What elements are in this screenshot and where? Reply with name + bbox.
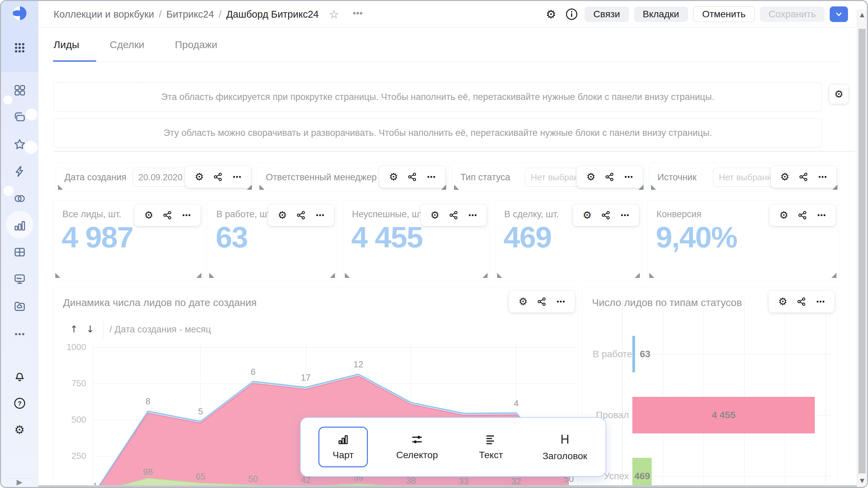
resize-handle[interactable] [649, 273, 654, 278]
filter-responsible-manager[interactable]: Ответственный менеджер ⚙ [258, 163, 448, 191]
scrollbar-thumb[interactable] [859, 29, 866, 473]
tables-icon[interactable] [12, 245, 27, 260]
links-icon[interactable] [449, 210, 458, 220]
more-icon[interactable] [427, 172, 436, 181]
collections-icon[interactable] [12, 110, 27, 125]
resize-handle[interactable] [55, 273, 60, 278]
more-icon[interactable] [182, 211, 191, 220]
resize-handle[interactable] [651, 185, 656, 190]
gear-icon[interactable]: ⚙ [389, 172, 398, 182]
favorites-star-icon[interactable] [12, 137, 27, 152]
links-button[interactable]: Связи [585, 6, 629, 22]
gear-icon[interactable]: ⚙ [430, 210, 439, 220]
leads-by-status-chart[interactable]: Число лидов по типам статусов ⚙ В работе… [583, 287, 837, 488]
kpi-to-deal[interactable]: В сделку, шт. 469 ⚙ [495, 201, 642, 280]
gear-icon[interactable]: ⚙ [779, 210, 788, 220]
more-icon[interactable] [620, 211, 629, 220]
gear-icon[interactable]: ⚙ [780, 172, 789, 182]
breadcrumb-collections[interactable]: Коллекции и воркбуки [54, 9, 154, 20]
tabs-button[interactable]: Вкладки [634, 6, 688, 22]
links-icon[interactable] [537, 297, 547, 306]
bottom-scroll-strip[interactable] [38, 485, 857, 488]
notifications-bell-icon[interactable] [12, 369, 27, 384]
resize-handle[interactable] [345, 273, 350, 278]
resize-handle[interactable] [259, 185, 264, 190]
more-icon[interactable] [818, 172, 827, 181]
dashboards-monitor-icon[interactable] [12, 272, 27, 287]
filter-date-created[interactable]: Дата создания ⚙ [56, 163, 254, 191]
bar[interactable] [632, 336, 635, 372]
kpi-unsuccessful[interactable]: Неуспешные, шт. 4 455 ⚙ [343, 201, 489, 280]
tab-sales[interactable]: Продажи [175, 27, 217, 62]
resize-handle[interactable] [454, 185, 459, 190]
more-icon[interactable] [316, 211, 324, 220]
save-menu-chevron-button[interactable] [830, 6, 848, 22]
scroll-down-icon[interactable]: ▼ [857, 478, 867, 484]
filter-source[interactable]: Источник ⚙ [649, 163, 839, 191]
apps-grid-icon[interactable] [12, 40, 27, 55]
bar-row[interactable]: В работе63 [593, 324, 830, 385]
resize-handle[interactable] [497, 273, 502, 278]
favorite-star-icon[interactable]: ☆ [329, 8, 339, 20]
vertical-scrollbar[interactable]: ▲ ▼ [857, 9, 867, 487]
gear-icon[interactable]: ⚙ [778, 297, 787, 307]
more-icon[interactable] [556, 297, 565, 306]
gear-icon[interactable]: ⚙ [195, 172, 204, 182]
links-icon[interactable] [213, 172, 223, 182]
links-icon[interactable] [408, 172, 417, 182]
storage-folder-icon[interactable] [12, 299, 27, 314]
links-icon[interactable] [605, 172, 614, 182]
kpi-all-leads[interactable]: Все лиды, шт. 4 987 ⚙ [54, 201, 203, 280]
more-icon[interactable] [817, 211, 826, 220]
add-text-button[interactable]: Текст [466, 427, 516, 467]
resize-handle[interactable] [482, 273, 488, 278]
dashboard-settings-gear-icon[interactable]: ⚙ [543, 6, 559, 22]
settings-gear-icon[interactable]: ⚙ [12, 422, 27, 437]
fixed-area-settings-gear-icon[interactable]: ⚙ [829, 85, 848, 104]
resize-handle[interactable] [209, 273, 214, 278]
drill-breadcrumb[interactable]: / Дата создания - месяц [110, 324, 211, 335]
datalens-logo-icon[interactable] [12, 6, 27, 21]
charts-icon[interactable] [12, 218, 27, 233]
entry-menu-icon[interactable] [353, 8, 363, 21]
resize-handle[interactable] [58, 185, 63, 190]
links-icon[interactable] [601, 210, 611, 220]
gear-icon[interactable]: ⚙ [518, 297, 528, 307]
cancel-button[interactable]: Отменить [693, 6, 755, 22]
resize-handle[interactable] [831, 273, 836, 278]
links-icon[interactable] [798, 210, 807, 220]
scroll-up-icon[interactable]: ▲ [857, 12, 867, 18]
add-selector-button[interactable]: Селектор [392, 427, 442, 467]
kpi-conversion[interactable]: Конверсия 9,40% ⚙ [648, 201, 838, 280]
more-icon[interactable] [624, 172, 633, 181]
add-heading-button[interactable]: H Заголовок [540, 427, 590, 467]
resize-handle[interactable] [330, 273, 335, 278]
nav-grid-icon[interactable] [12, 83, 27, 98]
links-icon[interactable] [799, 172, 808, 182]
bar-row[interactable]: Успех469 [593, 446, 830, 488]
tab-deals[interactable]: Сделки [110, 27, 144, 62]
more-icon[interactable] [233, 172, 241, 181]
more-dots-icon[interactable] [12, 327, 27, 342]
resize-handle[interactable] [196, 273, 201, 278]
gear-icon[interactable]: ⚙ [586, 172, 595, 182]
links-icon[interactable] [797, 297, 806, 306]
tab-leads[interactable]: Лиды [54, 27, 79, 62]
kpi-in-progress[interactable]: В работе, шт. 63 ⚙ [208, 201, 337, 280]
more-icon[interactable] [816, 297, 825, 306]
breadcrumb-workbook[interactable]: Битрикс24 [166, 9, 214, 20]
editor-lightning-icon[interactable] [12, 164, 27, 179]
links-icon[interactable] [163, 210, 172, 220]
save-button[interactable]: Сохранить [760, 6, 825, 22]
info-icon[interactable] [564, 6, 579, 22]
gear-icon[interactable]: ⚙ [278, 210, 287, 220]
gear-icon[interactable]: ⚙ [144, 210, 153, 220]
gear-icon[interactable]: ⚙ [583, 210, 592, 220]
connections-icon[interactable] [12, 191, 27, 206]
bar-row[interactable]: Провал4 455 [593, 385, 830, 446]
more-icon[interactable] [468, 211, 477, 220]
help-icon[interactable]: ? [12, 396, 27, 411]
resize-handle[interactable] [635, 273, 640, 278]
filter-status-type[interactable]: Тип статуса ⚙ [452, 163, 645, 191]
expand-sidebar-icon[interactable]: ▶ [12, 475, 27, 488]
